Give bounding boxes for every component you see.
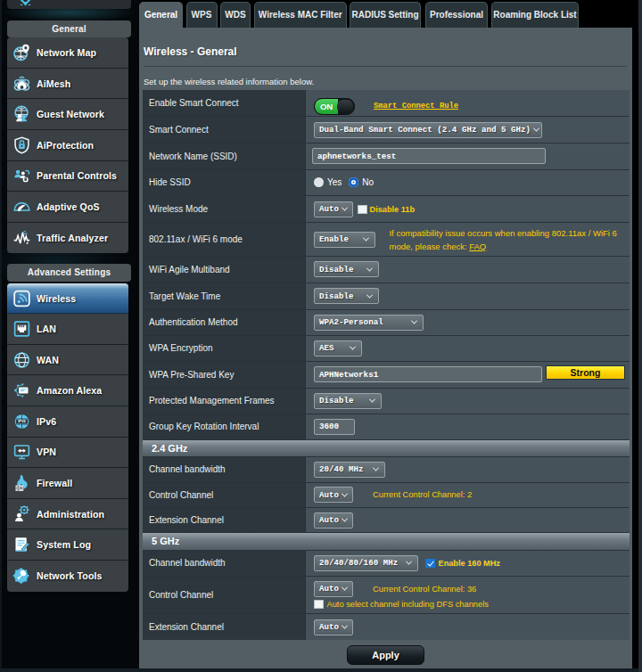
svg-text:IPV6: IPV6 — [18, 419, 26, 423]
